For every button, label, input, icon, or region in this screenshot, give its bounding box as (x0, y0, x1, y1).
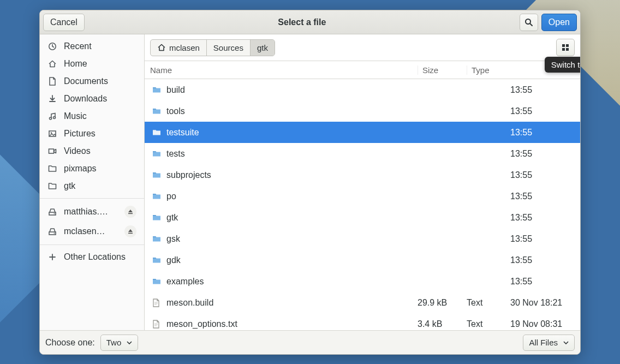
file-modified: 13:55 (510, 128, 574, 138)
file-row[interactable]: po13:55 (145, 186, 580, 207)
home-icon (157, 43, 166, 52)
file-modified: 13:55 (510, 192, 574, 201)
open-button[interactable]: Open (541, 14, 577, 31)
eject-button[interactable] (124, 225, 136, 237)
search-button[interactable] (520, 14, 538, 31)
file-name: meson.build (166, 298, 213, 308)
file-name: gsk (166, 234, 180, 244)
clock-icon (47, 41, 57, 51)
sidebar-volume[interactable]: matthias.… (40, 202, 144, 222)
search-icon (524, 18, 533, 27)
sidebar-item-downloads[interactable]: Downloads (40, 90, 144, 108)
sidebar-item-label: Documents (64, 76, 136, 86)
svg-point-3 (50, 117, 52, 120)
column-header-name[interactable]: Name (145, 65, 418, 75)
window-title: Select a file (88, 17, 516, 27)
file-name: examples (166, 277, 204, 287)
dialog-body: RecentHomeDocumentsDownloadsMusicPicture… (40, 34, 580, 330)
plus-icon (47, 252, 57, 262)
file-row[interactable]: gdk13:55 (145, 249, 580, 271)
folder-icon (47, 181, 57, 191)
sidebar-item-documents[interactable]: Documents (40, 73, 144, 90)
breadcrumb-item[interactable]: gtk (251, 40, 275, 56)
document-icon (47, 76, 57, 86)
sidebar-other-locations[interactable]: Other Locations (40, 248, 144, 266)
file-name: tests (166, 149, 185, 159)
sidebar-item-label: Other Locations (64, 252, 136, 262)
svg-rect-15 (566, 44, 569, 47)
sidebar-item-gtk[interactable]: gtk (40, 177, 144, 195)
file-modified: 13:55 (510, 106, 574, 116)
file-row[interactable]: tools13:55 (145, 100, 580, 122)
drive-icon (47, 207, 57, 217)
sidebar-item-music[interactable]: Music (40, 108, 144, 125)
breadcrumb-label: mclasen (169, 43, 200, 52)
file-row[interactable]: testsuite13:55 (145, 122, 580, 143)
svg-rect-16 (562, 48, 565, 51)
file-row[interactable]: meson.build29.9 kBText30 Nov 18:21 (145, 292, 580, 313)
file-name: po (166, 192, 176, 201)
folder-icon (47, 164, 57, 174)
sidebar-item-home[interactable]: Home (40, 55, 144, 73)
folder-icon (152, 213, 161, 222)
file-row[interactable]: build13:55 (145, 79, 580, 100)
sidebar-item-recent[interactable]: Recent (40, 38, 144, 55)
grid-icon (562, 44, 569, 51)
sidebar-item-pixmaps[interactable]: pixmaps (40, 160, 144, 177)
file-row[interactable]: examples13:55 (145, 271, 580, 292)
file-type: Text (467, 298, 510, 308)
file-modified: 13:55 (510, 213, 574, 223)
eject-button[interactable] (124, 206, 136, 218)
file-name: subprojects (166, 170, 211, 180)
footer: Choose one: Two All Files (40, 330, 580, 354)
view-toggle-button[interactable] (556, 39, 575, 56)
file-modified: 13:55 (510, 255, 574, 265)
videos-icon (47, 146, 57, 156)
file-name: gdk (166, 255, 181, 265)
file-filter-value: All Files (529, 338, 558, 347)
folder-icon (152, 235, 161, 243)
file-modified: 13:55 (510, 170, 574, 180)
file-filter-combo[interactable]: All Files (523, 335, 575, 351)
column-header-type[interactable]: Type (467, 65, 510, 75)
breadcrumb-item[interactable]: Sources (207, 40, 251, 56)
file-modified: 30 Nov 18:21 (510, 298, 574, 308)
file-list[interactable]: build13:55tools13:55testsuite13:55tests1… (145, 79, 580, 330)
sidebar: RecentHomeDocumentsDownloadsMusicPicture… (40, 34, 145, 330)
file-row[interactable]: gtk13:55 (145, 207, 580, 228)
folder-icon (152, 107, 161, 116)
file-row[interactable]: tests13:55 (145, 143, 580, 164)
file-modified: 19 Nov 08:31 (510, 319, 574, 329)
folder-icon (152, 277, 161, 286)
sidebar-item-label: mclasen… (64, 226, 118, 236)
file-row[interactable]: meson_options.txt3.4 kBText19 Nov 08:31 (145, 313, 580, 330)
file-modified: 13:55 (510, 277, 574, 287)
choose-combo[interactable]: Two (100, 335, 139, 351)
svg-line-1 (530, 23, 532, 26)
breadcrumb-item[interactable]: mclasen (151, 40, 207, 56)
sidebar-item-videos[interactable]: Videos (40, 142, 144, 160)
file-type: Text (467, 319, 510, 329)
column-header-size[interactable]: Size (418, 65, 467, 75)
file-chooser-window: Cancel Select a file Open RecentHomeDocu… (39, 10, 581, 355)
breadcrumb-label: Sources (213, 43, 243, 52)
cancel-button-label: Cancel (50, 17, 78, 27)
file-name: tools (166, 106, 185, 116)
sidebar-item-label: Home (64, 59, 136, 69)
tooltip: Switch to grid view (545, 57, 581, 73)
sidebar-volume[interactable]: mclasen… (40, 222, 144, 241)
download-icon (47, 94, 57, 104)
sidebar-item-label: Downloads (64, 94, 136, 104)
svg-point-4 (53, 117, 56, 119)
caret-down-icon (563, 341, 569, 344)
cancel-button[interactable]: Cancel (43, 14, 85, 31)
file-size: 3.4 kB (418, 319, 467, 329)
file-row[interactable]: gsk13:55 (145, 228, 580, 249)
file-row[interactable]: subprojects13:55 (145, 164, 580, 186)
svg-rect-10 (128, 213, 133, 214)
pictures-icon (47, 129, 57, 139)
svg-rect-17 (566, 48, 569, 51)
sidebar-item-pictures[interactable]: Pictures (40, 125, 144, 142)
sidebar-item-label: Pictures (64, 129, 136, 139)
file-modified: 13:55 (510, 234, 574, 244)
